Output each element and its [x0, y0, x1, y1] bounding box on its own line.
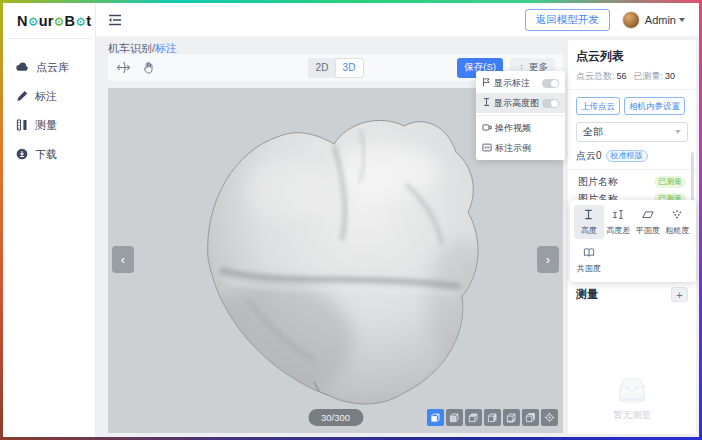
- menu-item-show-heightmap[interactable]: 显示高度图: [476, 93, 565, 113]
- logo-letter: N: [17, 13, 28, 29]
- user-name: Admin: [645, 14, 676, 26]
- measure-tool-palette: 高度 高度差 平面度 粗糙度: [570, 200, 696, 282]
- upload-pointcloud-button[interactable]: 上传点云: [576, 97, 620, 115]
- sidebar-item-annotate[interactable]: 标注: [3, 82, 95, 111]
- user-menu[interactable]: Admin: [645, 14, 685, 26]
- tool-label: 粗糙度: [665, 225, 689, 236]
- sidebar-item-label: 标注: [35, 89, 57, 104]
- tool-flatness[interactable]: 平面度: [633, 205, 663, 239]
- tool-height-difference[interactable]: 高度差: [604, 205, 634, 239]
- filter-select[interactable]: 全部: [576, 122, 688, 142]
- sidebar-item-download[interactable]: 下载: [3, 140, 95, 169]
- measure-section-header: 测量 +: [576, 287, 688, 302]
- sidebar-item-label: 测量: [35, 118, 57, 133]
- menu-item-label: 操作视频: [495, 122, 531, 135]
- height-difference-icon: [612, 209, 624, 222]
- brand-logo: N⚙ur⚙B⚙t: [7, 3, 91, 39]
- back-to-model-dev-button[interactable]: 返回模型开发: [525, 9, 610, 31]
- show-heightmap-toggle[interactable]: [542, 99, 559, 108]
- gear-icon: ⚙: [54, 15, 65, 29]
- tool-label: 共面度: [577, 263, 601, 274]
- cloud-icon: [16, 61, 29, 74]
- main-area: 返回模型开发 Admin 机车识别/标注: [96, 3, 699, 437]
- total-stat: 点云总数:56: [576, 70, 627, 83]
- content-area: 机车识别/标注 2D 3D 保存(S): [96, 37, 699, 437]
- sidebar-item-label: 点云库: [36, 60, 69, 75]
- view-cube-bottom-button[interactable]: [503, 409, 520, 426]
- locate-center-button[interactable]: [541, 409, 558, 426]
- roughness-icon: [671, 209, 683, 222]
- tool-roughness[interactable]: 粗糙度: [663, 205, 693, 239]
- empty-text: 暂无测量: [613, 409, 651, 422]
- sidebar-item-pointcloud-library[interactable]: 点云库: [3, 53, 95, 82]
- app-window: N⚙ur⚙B⚙t 点云库 标注 测量 下载: [3, 3, 699, 437]
- pan-hand-icon[interactable]: [142, 61, 155, 74]
- top-header: 返回模型开发 Admin: [96, 3, 699, 37]
- tool-height[interactable]: 高度: [574, 205, 604, 239]
- chevron-down-icon: [679, 18, 685, 22]
- tool-coplanarity[interactable]: 共面度: [574, 243, 604, 277]
- view-mode-toggle: 2D 3D: [308, 58, 364, 78]
- empty-state: 暂无测量: [568, 373, 696, 422]
- total-value: 56: [617, 71, 627, 81]
- menu-divider: [476, 115, 565, 116]
- tool-label: 平面度: [636, 225, 660, 236]
- logo-letter: t: [86, 13, 91, 29]
- sidebar-collapse-icon[interactable]: [108, 14, 122, 26]
- camera-intrinsics-button[interactable]: 相机内参设置: [624, 97, 685, 115]
- breadcrumb-current: 标注: [155, 42, 177, 54]
- download-icon: [16, 148, 28, 162]
- sidebar-item-label: 下载: [35, 147, 57, 162]
- example-icon: [482, 143, 492, 154]
- height-icon: [583, 209, 594, 222]
- flatness-icon: [642, 209, 654, 222]
- capture-border-top: [0, 0, 702, 3]
- image-pager: 30/300: [308, 409, 363, 426]
- cloud-group-row[interactable]: 点云0 校准模版: [576, 149, 688, 163]
- menu-item-show-annotations[interactable]: 显示标注: [476, 73, 565, 93]
- mode-2d-button[interactable]: 2D: [309, 59, 336, 77]
- pen-icon: [16, 90, 28, 104]
- add-measure-button[interactable]: +: [671, 287, 688, 302]
- menu-item-label: 显示高度图: [494, 97, 539, 110]
- image-list-item[interactable]: 图片名称 已测量: [576, 173, 688, 190]
- rotate-3d-icon[interactable]: [116, 61, 131, 74]
- measure-title: 测量: [576, 287, 598, 302]
- image-name: 图片名称: [578, 175, 618, 189]
- measured-value: 30: [665, 71, 675, 81]
- panel-title: 点云列表: [576, 48, 688, 65]
- flag-icon: [482, 77, 491, 89]
- sidebar-item-measure[interactable]: 测量: [3, 111, 95, 140]
- sidebar: N⚙ur⚙B⚙t 点云库 标注 测量 下载: [3, 3, 96, 437]
- view-cube-default-button[interactable]: [427, 409, 444, 426]
- video-icon: [482, 123, 492, 134]
- tool-label: 高度: [581, 225, 597, 236]
- more-dropdown-menu: 显示标注 显示高度图 操作视频 标注示例: [476, 71, 565, 160]
- empty-box-icon: [612, 373, 652, 405]
- ruler-icon: [16, 119, 28, 133]
- view-cube-front-button[interactable]: [446, 409, 463, 426]
- divider: [568, 169, 696, 170]
- menu-item-tutorial-video[interactable]: 操作视频: [476, 118, 565, 138]
- logo-letter: ur: [39, 13, 54, 29]
- view-cube-back-button[interactable]: [522, 409, 539, 426]
- prev-image-button[interactable]: [112, 246, 134, 273]
- next-image-button[interactable]: [537, 246, 559, 273]
- template-tag: 校准模版: [606, 150, 648, 162]
- gear-icon: ⚙: [28, 15, 39, 29]
- gear-icon: ⚙: [75, 15, 86, 29]
- menu-item-annotation-example[interactable]: 标注示例: [476, 138, 565, 158]
- logo-letter: B: [65, 13, 76, 29]
- avatar[interactable]: [622, 11, 640, 29]
- sidebar-nav: 点云库 标注 测量 下载: [3, 39, 95, 169]
- show-annotations-toggle[interactable]: [542, 79, 559, 88]
- tool-label: 高度差: [606, 225, 630, 236]
- breadcrumb-parent[interactable]: 机车识别: [108, 42, 152, 54]
- filter-value: 全部: [583, 125, 603, 139]
- view-cube-top-button[interactable]: [465, 409, 482, 426]
- capture-border-left: [0, 0, 3, 440]
- status-badge: 已测量: [654, 176, 686, 188]
- mode-3d-button[interactable]: 3D: [336, 59, 363, 77]
- chevron-down-icon: [675, 130, 681, 134]
- view-cube-side-button[interactable]: [484, 409, 501, 426]
